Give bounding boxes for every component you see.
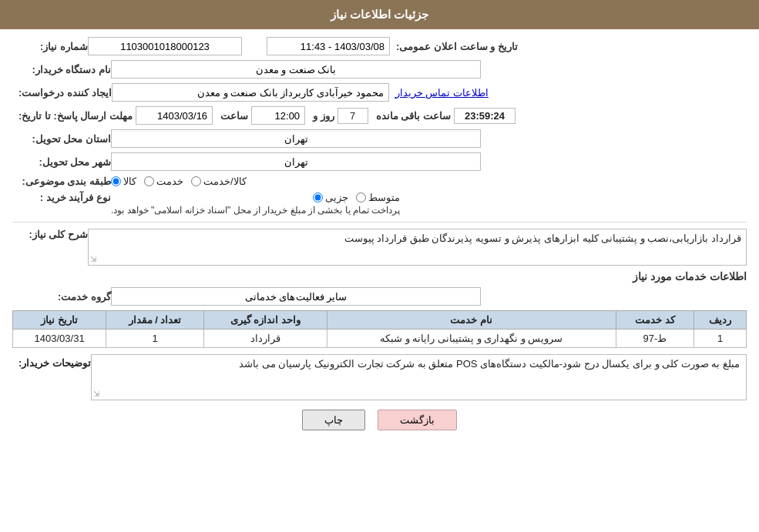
announce-date-input[interactable] [267, 37, 390, 55]
device-name-label: نام دستگاه خریدار: [18, 64, 111, 75]
need-description-row: قرارداد بازاریابی،نصب و پشتیبانی کلیه اب… [12, 229, 747, 266]
need-description-text: قرارداد بازاریابی،نصب و پشتیبانی کلیه اب… [344, 233, 741, 244]
creator-row: اطلاعات تماس خریدار ایجاد کننده درخواست: [12, 83, 747, 102]
creator-label: ایجاد کننده درخواست: [18, 87, 112, 99]
need-number-label: شماره نیاز: [18, 41, 88, 52]
province-row: استان محل تحویل: [12, 129, 747, 148]
table-cell: 1 [694, 330, 747, 348]
purchase-type-label: نوع فرآیند خرید : [18, 192, 111, 203]
response-deadline-label: مهلت ارسال پاسخ: تا تاریخ: [18, 110, 133, 122]
category-goods-radio[interactable] [111, 176, 121, 186]
service-label: خدمت [156, 176, 183, 187]
resize-icon-2: ⇲ [93, 390, 99, 398]
purchase-medium-radio[interactable] [356, 192, 366, 202]
city-input[interactable] [111, 152, 481, 171]
days-label: روز و [313, 110, 334, 122]
device-name-input[interactable] [111, 60, 481, 79]
remaining-label: ساعت باقی مانده [376, 110, 451, 122]
purchase-medium[interactable]: متوسط [356, 192, 400, 203]
city-row: شهر محل تحویل: [12, 152, 747, 171]
services-section-title: اطلاعات خدمات مورد نیاز [12, 270, 747, 283]
table-cell: 1403/03/31 [13, 330, 106, 348]
remaining-value: 23:59:24 [454, 108, 516, 124]
service-table: ردیف کد خدمت نام خدمت واحد اندازه گیری ت… [12, 310, 747, 348]
category-service[interactable]: خدمت [144, 176, 183, 187]
service-group-input[interactable] [111, 287, 481, 306]
medium-label: متوسط [368, 192, 400, 203]
purchase-small[interactable]: جزیی [313, 192, 348, 203]
table-row: 1ط-97سرویس و نگهداری و پشتیبانی رایانه و… [13, 330, 747, 348]
purchase-note: پرداخت تمام یا بخشی از مبلغ خریدار از مح… [111, 205, 400, 216]
contact-link[interactable]: اطلاعات تماس خریدار [395, 87, 489, 99]
col-unit: واحد اندازه گیری [203, 311, 327, 330]
device-name-row: نام دستگاه خریدار: [12, 60, 747, 79]
announce-date-label: تاریخ و ساعت اعلان عمومی: [396, 41, 518, 52]
print-button[interactable]: چاپ [302, 410, 365, 430]
buyer-notes-content: مبلغ به صورت کلی و برای یکسال درج شود-ما… [91, 354, 747, 400]
time-label: ساعت [220, 110, 248, 122]
category-row: کالا/خدمت خدمت کالا طبقه بندی موضوعی: [12, 176, 747, 187]
content-area: تاریخ و ساعت اعلان عمومی: شماره نیاز: نا… [0, 29, 759, 447]
response-deadline-row: 23:59:24 ساعت باقی مانده 7 روز و ساعت مه… [12, 106, 747, 125]
need-description-label: شرح کلی نیاز: [18, 229, 88, 240]
province-input[interactable] [111, 129, 481, 148]
table-cell: قرارداد [203, 330, 327, 348]
page-wrapper: جزئیات اطلاعات نیاز تاریخ و ساعت اعلان ع… [0, 0, 759, 532]
purchase-radio-group: متوسط جزیی [313, 192, 400, 203]
col-service-name: نام خدمت [327, 311, 616, 330]
buyer-notes-label: توضیحات خریدار: [18, 354, 91, 369]
province-label: استان محل تحویل: [18, 133, 111, 145]
table-cell: 1 [106, 330, 204, 348]
resize-icon-1: ⇲ [90, 255, 96, 263]
col-qty: تعداد / مقدار [106, 311, 204, 330]
need-number-row: تاریخ و ساعت اعلان عمومی: شماره نیاز: [12, 37, 747, 55]
service-group-row: گروه خدمت: [12, 287, 747, 306]
creator-input[interactable] [112, 83, 389, 102]
action-buttons: بازگشت چاپ [12, 410, 747, 430]
category-goods-service-radio[interactable] [191, 176, 201, 186]
goods-service-label: کالا/خدمت [203, 176, 247, 187]
table-cell: ط-97 [616, 330, 694, 348]
city-label: شهر محل تحویل: [18, 156, 111, 168]
goods-label: کالا [123, 176, 136, 187]
table-cell: سرویس و نگهداری و پشتیبانی رایانه و شبکه [327, 330, 616, 348]
need-number-input[interactable] [88, 37, 242, 55]
small-label: جزیی [325, 192, 348, 203]
page-title: جزئیات اطلاعات نیاز [331, 8, 428, 21]
back-button[interactable]: بازگشت [378, 410, 457, 430]
category-goods[interactable]: کالا [111, 176, 136, 187]
response-date-input[interactable] [136, 106, 213, 125]
service-group-label: گروه خدمت: [18, 291, 111, 303]
category-label: طبقه بندی موضوعی: [18, 176, 111, 187]
buyer-notes-row: مبلغ به صورت کلی و برای یکسال درج شود-ما… [12, 354, 747, 400]
purchase-type-row: متوسط جزیی پرداخت تمام یا بخشی از مبلغ خ… [12, 192, 747, 216]
table-header-row: ردیف کد خدمت نام خدمت واحد اندازه گیری ت… [13, 311, 747, 330]
need-description-box: قرارداد بازاریابی،نصب و پشتیبانی کلیه اب… [88, 229, 747, 266]
response-time-input[interactable] [251, 106, 305, 125]
separator-1 [12, 222, 747, 223]
category-radio-group: کالا/خدمت خدمت کالا [111, 176, 247, 187]
col-date: تاریخ نیاز [13, 311, 106, 330]
category-service-radio[interactable] [144, 176, 154, 186]
buyer-notes-text: مبلغ به صورت کلی و برای یکسال درج شود-ما… [239, 358, 740, 370]
page-header: جزئیات اطلاعات نیاز [0, 0, 759, 29]
buyer-desc-box: مبلغ به صورت کلی و برای یکسال درج شود-ما… [91, 354, 747, 400]
days-value: 7 [338, 108, 368, 124]
purchase-small-radio[interactable] [313, 192, 323, 202]
col-radif: ردیف [694, 311, 747, 330]
col-service-code: کد خدمت [616, 311, 694, 330]
category-goods-service[interactable]: کالا/خدمت [191, 176, 247, 187]
